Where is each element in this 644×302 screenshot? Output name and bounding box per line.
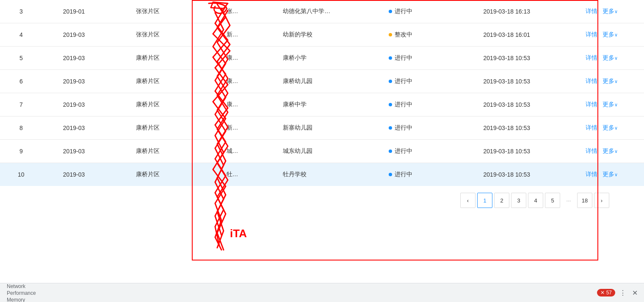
row-status: 进行中 (380, 47, 454, 70)
status-dot (389, 173, 392, 176)
row-time: 2019-03-18 10:53 (454, 47, 559, 70)
row-action: 详情 更多∨ (559, 23, 644, 47)
row-num: 8 (0, 116, 42, 140)
detail-link[interactable]: 详情 (586, 78, 597, 84)
row-area: 康桥片区 (105, 116, 190, 140)
more-link[interactable]: 更多∨ (603, 124, 618, 131)
row-area: 康桥片区 (105, 70, 190, 93)
detail-link[interactable]: 详情 (586, 54, 597, 61)
table-row: 6 2019-03 康桥片区 康… 康桥幼儿园 进行中 2019-03-18 1… (0, 70, 644, 93)
pagination-prev[interactable]: ‹ (460, 193, 475, 208)
row-name: 康… (190, 70, 274, 93)
detail-link[interactable]: 详情 (586, 147, 597, 154)
error-count: 57 (606, 290, 612, 296)
row-year: 2019-01 (42, 0, 106, 23)
status-dot (389, 33, 392, 36)
row-status: 进行中 (380, 163, 454, 186)
detail-link[interactable]: 详情 (586, 171, 597, 177)
status-dot (389, 80, 392, 83)
row-time: 2019-03-18 10:53 (454, 116, 559, 140)
table-row: 8 2019-03 康桥片区 新… 新寨幼儿园 进行中 2019-03-18 1… (0, 116, 644, 140)
more-link[interactable]: 更多∨ (603, 8, 618, 14)
devtools-tab-memory[interactable]: Memory (0, 297, 43, 302)
table-row: 3 2019-01 张张片区 张… 幼德化第八中学… 进行中 2019-03-1… (0, 0, 644, 23)
main-content: 3 2019-01 张张片区 张… 幼德化第八中学… 进行中 2019-03-1… (0, 0, 644, 283)
pagination-next[interactable]: › (594, 193, 609, 208)
more-link[interactable]: 更多∨ (603, 54, 618, 61)
row-name: 新… (190, 116, 274, 140)
devtools-bar-right: ✕ 57 ⋮ ✕ (597, 283, 644, 302)
pagination-page-5[interactable]: 5 (545, 193, 560, 208)
pagination-page-2[interactable]: 2 (494, 193, 509, 208)
status-dot (389, 126, 392, 130)
row-action: 详情 更多∨ (559, 93, 644, 116)
chevron-down-icon: ∨ (614, 102, 618, 107)
row-name: 康… (190, 47, 274, 70)
row-action: 详情 更多∨ (559, 47, 644, 70)
row-year: 2019-03 (42, 93, 106, 116)
more-link[interactable]: 更多∨ (603, 78, 618, 84)
devtools-more-button[interactable]: ⋮ (617, 287, 629, 299)
detail-link[interactable]: 详情 (586, 101, 597, 108)
detail-link[interactable]: 详情 (586, 8, 597, 14)
more-link[interactable]: 更多∨ (603, 101, 618, 108)
row-school: 幼德化第八中学… (274, 0, 380, 23)
row-num: 7 (0, 93, 42, 116)
data-table: 3 2019-01 张张片区 张… 幼德化第八中学… 进行中 2019-03-1… (0, 0, 644, 186)
row-num: 5 (0, 47, 42, 70)
row-school: 城东幼儿园 (274, 140, 380, 163)
pagination-ellipsis: ··· (561, 193, 576, 208)
row-status: 进行中 (380, 0, 454, 23)
row-area: 康桥片区 (105, 47, 190, 70)
more-link[interactable]: 更多∨ (603, 31, 618, 38)
more-link[interactable]: 更多∨ (603, 171, 618, 177)
chevron-down-icon: ∨ (614, 32, 618, 37)
devtools-tab-performance[interactable]: Performance (0, 290, 43, 297)
row-status: 进行中 (380, 93, 454, 116)
row-year: 2019-03 (42, 47, 106, 70)
status-dot (389, 150, 392, 153)
detail-link[interactable]: 详情 (586, 31, 597, 38)
row-area: 康桥片区 (105, 140, 190, 163)
devtools-close-button[interactable]: ✕ (629, 287, 641, 299)
pagination-page-3[interactable]: 3 (511, 193, 526, 208)
chevron-down-icon: ∨ (614, 149, 618, 154)
row-school: 康桥幼儿园 (274, 70, 380, 93)
chevron-down-icon: ∨ (614, 172, 618, 177)
pagination-page-1[interactable]: 1 (477, 193, 492, 208)
row-time: 2019-03-18 16:01 (454, 23, 559, 47)
row-num: 9 (0, 140, 42, 163)
detail-link[interactable]: 详情 (586, 124, 597, 131)
pagination-page-18[interactable]: 18 (577, 193, 592, 208)
chevron-down-icon: ∨ (614, 79, 618, 84)
row-num: 4 (0, 23, 42, 47)
row-action: 详情 更多∨ (559, 116, 644, 140)
status-dot (389, 103, 392, 106)
row-area: 康桥片区 (105, 93, 190, 116)
row-school: 康桥中学 (274, 93, 380, 116)
row-name: 城… (190, 140, 274, 163)
table-row: 7 2019-03 康桥片区 康… 康桥中学 进行中 2019-03-18 10… (0, 93, 644, 116)
row-action: 详情 更多∨ (559, 70, 644, 93)
row-school: 康桥小学 (274, 47, 380, 70)
row-year: 2019-03 (42, 70, 106, 93)
row-area: 张张片区 (105, 0, 190, 23)
row-school: 牡丹学校 (274, 163, 380, 186)
pagination-bar: ‹ 1 2 3 4 5 ··· 18 › (0, 186, 644, 215)
row-area: 康桥片区 (105, 163, 190, 186)
row-year: 2019-03 (42, 163, 106, 186)
row-school: 新寨幼儿园 (274, 116, 380, 140)
row-name: 新… (190, 23, 274, 47)
row-time: 2019-03-18 10:53 (454, 93, 559, 116)
row-status: 进行中 (380, 116, 454, 140)
row-status: 进行中 (380, 140, 454, 163)
pagination-page-4[interactable]: 4 (528, 193, 543, 208)
devtools-tab-network[interactable]: Network (0, 283, 43, 290)
table-row: 10 2019-03 康桥片区 牡… 牡丹学校 进行中 2019-03-18 1… (0, 163, 644, 186)
row-area: 张张片区 (105, 23, 190, 47)
chevron-down-icon: ∨ (614, 125, 618, 130)
more-link[interactable]: 更多∨ (603, 147, 618, 154)
error-badge[interactable]: ✕ 57 (597, 289, 615, 296)
row-time: 2019-03-18 10:53 (454, 70, 559, 93)
row-year: 2019-03 (42, 140, 106, 163)
